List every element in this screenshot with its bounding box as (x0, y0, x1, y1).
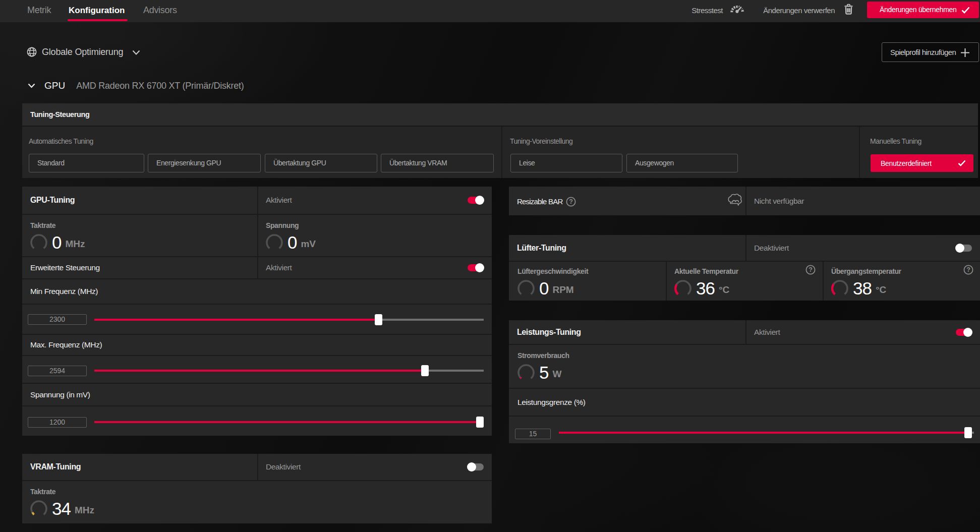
svg-text:?: ? (809, 266, 813, 273)
svg-text:?: ? (569, 198, 573, 205)
svg-text:?: ? (966, 266, 970, 273)
